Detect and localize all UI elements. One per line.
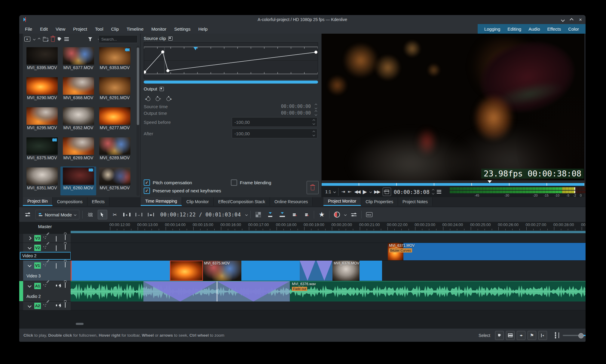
tab-time-remapping[interactable]: Time Remapping	[141, 197, 182, 206]
spacer-tool-button[interactable]: ↔	[134, 210, 143, 219]
delete-keyframes-button[interactable]	[307, 181, 319, 194]
timeline-clip[interactable]	[71, 261, 171, 281]
timeline-clip[interactable]: MVI_6375.MOV	[203, 261, 241, 281]
set-zone-out-button[interactable]: ⇤	[348, 189, 352, 194]
preserve-speed-checkbox[interactable]: ✓	[144, 188, 150, 194]
master-track-button[interactable]: Master	[19, 222, 71, 231]
audio-target-indicator[interactable]	[19, 281, 23, 301]
show-video-thumbnails-toggle[interactable]	[506, 331, 515, 340]
menu-view[interactable]: View	[52, 26, 69, 32]
timeline-zoom-slider[interactable]	[563, 335, 586, 336]
bin-up-button[interactable]	[37, 35, 41, 43]
menu-monitor[interactable]: Monitor	[147, 26, 170, 32]
output-time-spinner[interactable]	[315, 111, 317, 115]
mix-clips-button[interactable]	[254, 210, 263, 219]
timeline-horizontal-scrollbar[interactable]	[76, 323, 84, 325]
remap-zone-bar[interactable]	[144, 81, 318, 84]
bin-clip-item[interactable]: MVI_6291.MOV	[97, 76, 133, 105]
keyframe-point[interactable]	[161, 50, 164, 54]
scrollbar-thumb[interactable]	[137, 47, 139, 125]
snap-toggle[interactable]: ◂	[538, 331, 547, 340]
bin-clip-item[interactable]: MVI_6290.MOV	[24, 76, 60, 105]
tab-compositions[interactable]: Compositions	[53, 197, 87, 206]
search-input[interactable]	[99, 35, 138, 43]
speed-after-input[interactable]: -100,00	[232, 129, 317, 138]
timeline-ruler[interactable]: 00:00:12:0000:00:13:0000:00:14:0000:00:1…	[71, 222, 586, 231]
chevron-down-icon[interactable]	[369, 191, 372, 193]
track-content-v2[interactable]: MVI_6371.MOV Bézier Curves	[71, 243, 586, 261]
menu-file[interactable]: File	[21, 26, 36, 32]
audio-fade-overlay[interactable]	[143, 281, 290, 301]
tab-effects[interactable]: Effects	[87, 197, 110, 206]
timeline-clip[interactable]: MVI_6371.MOV Bézier Curves	[388, 243, 586, 260]
bin-clip-item[interactable]: MVI_6375.MOV	[24, 136, 60, 165]
speed-before-spinner[interactable]	[313, 120, 315, 124]
slip-tool-button[interactable]: ▸	[122, 210, 131, 219]
track-content-v3[interactable]	[71, 234, 586, 243]
razor-tool-button[interactable]: ✂	[110, 210, 119, 219]
chevron-down-icon[interactable]	[28, 263, 32, 267]
lock-track-button[interactable]	[65, 235, 66, 240]
next-keyframe-button[interactable]: ▸	[165, 95, 173, 102]
tab-project-monitor[interactable]: Project Monitor	[323, 197, 361, 206]
bin-clip-item[interactable]: MVI_6269.MOV	[60, 136, 96, 165]
audio-record-button[interactable]	[332, 210, 341, 219]
chevron-down-icon[interactable]	[28, 246, 32, 249]
track-name-edit[interactable]: Video 2	[20, 252, 71, 260]
previous-keyframe-button[interactable]: ◂	[144, 95, 152, 102]
favorite-effects-button[interactable]: ★	[317, 210, 326, 219]
bin-clip-item[interactable]: MVI_6368.MOV	[60, 76, 96, 105]
show-markers-toggle[interactable]: ⚑	[528, 331, 536, 340]
track-header-a2[interactable]: A2	[19, 301, 71, 310]
timeline-clip[interactable]	[241, 261, 300, 281]
play-button[interactable]: ▶	[363, 188, 367, 195]
pitch-compensation-checkbox[interactable]: ✓	[144, 179, 150, 186]
menu-project[interactable]: Project	[69, 26, 91, 32]
titlebar[interactable]: A-colorful-project / HD 1080p 25 fps — K…	[19, 15, 586, 24]
edit-mode-dropdown[interactable]: Normal Mode	[35, 210, 79, 219]
lock-track-button[interactable]	[65, 302, 66, 307]
extract-zone-button[interactable]: ×	[290, 210, 299, 219]
track-badge-v1[interactable]: V1	[34, 262, 41, 269]
bin-clip-item[interactable]: MVI_6377.MOV	[60, 46, 96, 75]
timeline-clip[interactable]: MVI_6376.MOV	[332, 261, 360, 281]
tab-clip-monitor[interactable]: Clip Monitor	[182, 197, 214, 206]
monitor-zone-bar[interactable]	[322, 183, 584, 186]
tag-button[interactable]	[56, 35, 63, 43]
track-target-gutter[interactable]	[19, 234, 23, 243]
workspace-editing[interactable]: Editing	[504, 26, 525, 32]
zoom-slider-handle[interactable]	[578, 333, 584, 338]
add-keyframe-button[interactable]: +	[155, 95, 162, 102]
track-header-v2[interactable]: V2 Video 2	[19, 243, 71, 261]
monitor-seek-strip[interactable]	[322, 180, 584, 186]
monitor-menu-icon[interactable]	[437, 190, 441, 194]
speed-before-input[interactable]: -100,00	[232, 117, 317, 127]
minimize-button[interactable]	[562, 17, 564, 22]
output-time-value[interactable]: 00:00:00:00	[281, 110, 311, 116]
menu-edit[interactable]: Edit	[36, 26, 52, 32]
source-time-value[interactable]: 00:00:00:00	[281, 104, 311, 109]
zoom-project-button[interactable]	[559, 333, 559, 338]
speed-after-spinner[interactable]	[313, 131, 315, 136]
chevron-down-icon[interactable]	[28, 304, 32, 308]
overwrite-zone-button[interactable]	[278, 210, 287, 219]
rewind-button[interactable]: ◀◀	[354, 189, 360, 194]
menu-help[interactable]: Help	[194, 26, 212, 32]
timeline-mix-zone[interactable]	[300, 261, 332, 281]
subtitles-button[interactable]	[365, 210, 374, 219]
menu-timeline[interactable]: Timeline	[123, 26, 147, 32]
fit-zoom-button[interactable]	[555, 333, 556, 338]
track-badge-a2[interactable]: A2	[34, 303, 41, 309]
ripple-tool-button[interactable]: ◂▸	[146, 210, 155, 219]
track-badge-v3[interactable]: V3	[34, 235, 41, 241]
track-badge-a1[interactable]: A1	[34, 283, 41, 289]
bin-view-menu-button[interactable]	[63, 35, 70, 43]
zone-mode-button[interactable]	[383, 188, 391, 196]
bin-clip-item[interactable]: MVI_6276.MOV	[97, 167, 133, 195]
bin-clip-item[interactable]: MVI_6395.MOV	[24, 46, 60, 75]
bin-clip-item[interactable]: MVI_6260.MOV	[60, 167, 96, 195]
workspace-audio[interactable]: Audio	[525, 26, 543, 32]
chevron-down-icon[interactable]	[245, 213, 248, 216]
tab-project-bin[interactable]: Project Bin	[23, 197, 53, 206]
razor-all-tool-button[interactable]	[86, 210, 95, 219]
